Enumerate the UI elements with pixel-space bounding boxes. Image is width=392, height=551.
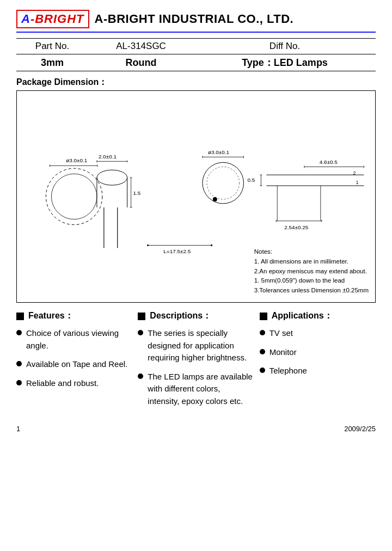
- svg-point-1: [51, 174, 97, 219]
- date: 2009/2/25: [344, 425, 376, 433]
- application-item-1: TV set: [260, 327, 376, 340]
- package-dimension-box: ø3.0±0.1 1.5 2.0±0.1 ø3.0±0.1 0.5 2: [16, 90, 376, 303]
- descriptions-column: Descriptions： The series is specially de…: [138, 310, 254, 414]
- type-value: Type：LED Lamps: [194, 54, 376, 71]
- feature-text-2: Available on Tape and Reel.: [26, 358, 127, 371]
- package-label: Package Dimension：: [16, 77, 376, 88]
- notes-title: Notes:: [254, 247, 369, 257]
- circle-bullet-icon: [16, 361, 22, 366]
- size-value: 3mm: [16, 54, 88, 71]
- description-item-2: The LED lamps are available with differe…: [138, 371, 254, 408]
- feature-item-2: Available on Tape and Reel.: [16, 358, 132, 371]
- info-grid: Features： Choice of various viewing angl…: [16, 310, 376, 414]
- footer: 1 2009/2/25: [16, 425, 376, 433]
- description-item-1: The series is specially designed for app…: [138, 327, 254, 364]
- feature-text-1: Choice of various viewing angle.: [26, 327, 132, 352]
- part-no-value: AL-314SGC: [88, 39, 194, 54]
- company-name: A-BRIGHT INDUSTRIAL CO., LTD.: [95, 12, 294, 26]
- circle-bullet-icon: [16, 380, 22, 385]
- logo-bright: -BRIGHT: [30, 12, 84, 26]
- description-text-2: The LED lamps are available with differe…: [148, 371, 254, 408]
- features-column: Features： Choice of various viewing angl…: [16, 310, 132, 414]
- circle-bullet-icon: [260, 349, 265, 354]
- applications-title: Applications：: [272, 310, 333, 322]
- svg-marker-38: [147, 244, 149, 247]
- svg-text:2: 2: [353, 170, 356, 176]
- features-bullet-icon: [16, 313, 24, 320]
- svg-text:1: 1: [356, 180, 358, 185]
- svg-text:1.5: 1.5: [133, 190, 141, 196]
- circle-bullet-icon: [260, 330, 265, 335]
- application-text-1: TV set: [270, 327, 293, 340]
- svg-text:ø3.0±0.1: ø3.0±0.1: [208, 149, 230, 155]
- shape-value: Round: [88, 54, 194, 71]
- application-text-2: Monitor: [270, 346, 297, 359]
- svg-point-19: [203, 162, 244, 204]
- application-item-3: Telephone: [260, 365, 376, 377]
- applications-bullet-icon: [260, 313, 267, 320]
- application-item-2: Monitor: [260, 346, 376, 359]
- circle-bullet-icon: [138, 374, 143, 379]
- svg-point-2: [97, 170, 127, 185]
- applications-column: Applications： TV set Monitor Telephone: [260, 310, 376, 414]
- svg-point-0: [46, 168, 102, 224]
- svg-marker-39: [210, 244, 212, 247]
- header: A-BRIGHT A-BRIGHT INDUSTRIAL CO., LTD.: [16, 10, 376, 28]
- svg-text:4.6±0.5: 4.6±0.5: [320, 159, 338, 165]
- svg-text:2.54±0.25: 2.54±0.25: [284, 224, 309, 230]
- notes-line3: 1. 5mm(0.059") down to the lead: [254, 276, 369, 286]
- diff-no-label: Diff No.: [194, 39, 376, 54]
- part-info-table: Part No. AL-314SGC Diff No. 3mm Round Ty…: [16, 38, 376, 71]
- feature-text-3: Reliable and robust.: [26, 377, 99, 390]
- svg-text:L=17.5±2.5: L=17.5±2.5: [163, 248, 191, 254]
- applications-header: Applications：: [260, 310, 376, 322]
- features-header: Features：: [16, 310, 132, 322]
- circle-bullet-icon: [138, 330, 143, 335]
- notes-line4: 3.Tolerances unless Dimension ±0.25mm: [254, 286, 369, 296]
- features-title: Features：: [28, 310, 74, 322]
- svg-point-20: [207, 167, 240, 199]
- logo: A-BRIGHT: [21, 12, 84, 26]
- circle-bullet-icon: [260, 368, 265, 373]
- application-text-3: Telephone: [270, 365, 307, 377]
- part-no-label: Part No.: [16, 39, 88, 54]
- descriptions-header: Descriptions：: [138, 310, 254, 322]
- svg-point-45: [213, 197, 217, 201]
- part-info-row2: 3mm Round Type：LED Lamps: [16, 54, 376, 71]
- feature-item-1: Choice of various viewing angle.: [16, 327, 132, 352]
- descriptions-bullet-icon: [138, 313, 145, 320]
- circle-bullet-icon: [16, 330, 22, 335]
- logo-a: A: [21, 12, 30, 26]
- notes-box: Notes: 1. All dimensions are in millimet…: [254, 247, 369, 296]
- logo-box: A-BRIGHT: [16, 10, 89, 28]
- page-number: 1: [16, 425, 20, 433]
- part-info-row1: Part No. AL-314SGC Diff No.: [16, 39, 376, 54]
- notes-line1: 1. All dimensions are in millimeter.: [254, 257, 369, 267]
- feature-item-3: Reliable and robust.: [16, 377, 132, 390]
- svg-text:2.0±0.1: 2.0±0.1: [99, 154, 117, 160]
- notes-line2: 2.An epoxy meniscus may extend about.: [254, 267, 369, 277]
- header-divider: [16, 32, 376, 33]
- descriptions-title: Descriptions：: [150, 310, 211, 322]
- svg-text:ø3.0±0.1: ø3.0±0.1: [66, 157, 88, 163]
- svg-text:0.5: 0.5: [248, 177, 255, 183]
- description-text-1: The series is specially designed for app…: [148, 327, 254, 364]
